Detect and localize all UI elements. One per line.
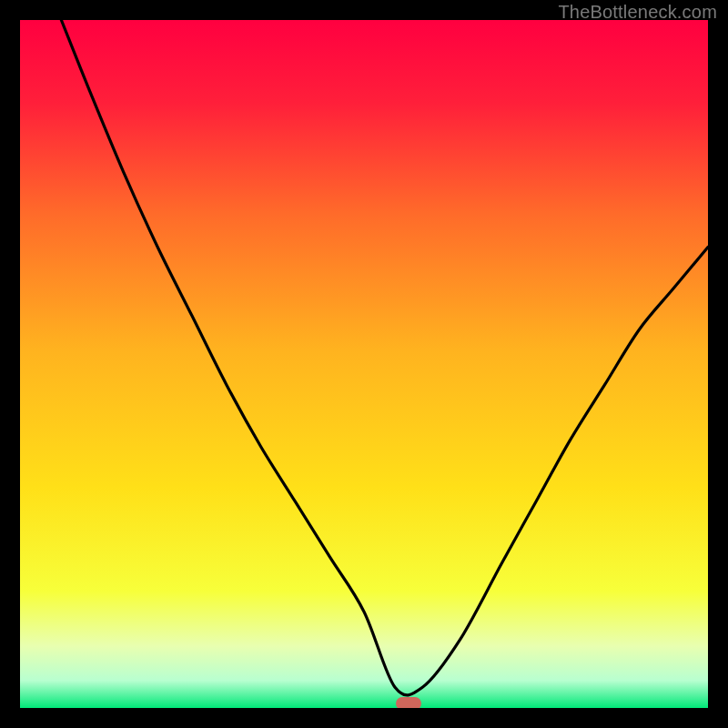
optimal-point-marker <box>396 697 421 708</box>
chart-plot-area <box>20 20 708 708</box>
chart-frame: TheBottleneck.com <box>0 0 728 728</box>
gradient-background <box>20 20 708 708</box>
chart-svg <box>20 20 708 708</box>
watermark-text: TheBottleneck.com <box>558 2 717 23</box>
